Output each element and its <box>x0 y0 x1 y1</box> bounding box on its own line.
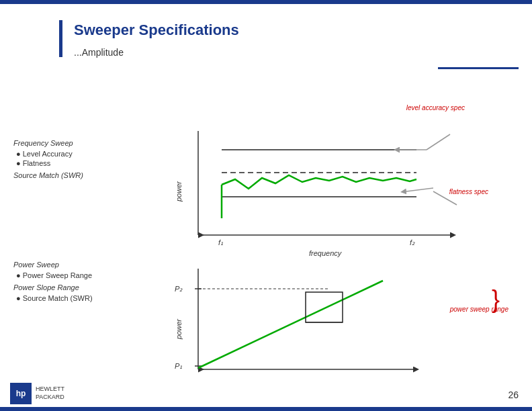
flatness-bullet: ● Flatness <box>13 159 83 167</box>
hp-logo-text: hp <box>16 389 26 398</box>
page-number: 26 <box>508 390 519 400</box>
level-accuracy-bullet: ● Level Accuracy <box>13 150 83 158</box>
power-sweep-chart: P₂ P₁ power <box>161 262 430 386</box>
level-accuracy-annotation: level accuracy spec <box>406 104 465 111</box>
power-sweep-range-bullet: ● Power Sweep Range <box>13 271 93 279</box>
curly-brace-icon: } <box>492 287 500 312</box>
svg-text:f₁: f₁ <box>218 238 223 246</box>
svg-line-13 <box>433 191 457 205</box>
page-title: Sweeper Specifications <box>74 21 239 39</box>
power-sweep-title: Power Sweep <box>13 261 93 269</box>
page-subtitle: ...Amplitude <box>74 47 124 58</box>
power-sweep-labels: Power Sweep ● Power Sweep Range Power Sl… <box>13 261 93 304</box>
svg-text:power: power <box>175 181 183 202</box>
svg-rect-22 <box>306 292 343 322</box>
source-match-label: Source Match (SWR) <box>13 171 83 179</box>
frequency-sweep-labels: Frequency Sweep ● Level Accuracy ● Flatn… <box>13 139 83 179</box>
frequency-sweep-title: Frequency Sweep <box>13 139 83 147</box>
svg-text:frequency: frequency <box>309 249 343 257</box>
frequency-sweep-chart: f₁ f₂ frequency power <box>161 124 470 259</box>
top-right-line <box>438 67 519 69</box>
hp-logo-box: hp <box>10 383 32 404</box>
bottom-bar <box>0 407 532 411</box>
svg-line-12 <box>427 134 450 150</box>
top-bar <box>0 0 532 4</box>
svg-text:P₁: P₁ <box>175 362 182 370</box>
hp-line2: PACKARD <box>36 394 64 402</box>
svg-text:f₂: f₂ <box>410 238 415 246</box>
svg-line-21 <box>198 281 383 368</box>
hp-logo: hp HEWLETT PACKARD <box>10 383 64 404</box>
svg-text:P₂: P₂ <box>175 285 183 293</box>
svg-line-11 <box>406 188 433 191</box>
left-accent <box>59 20 62 57</box>
hp-company-name: HEWLETT PACKARD <box>36 385 64 401</box>
power-slope-range-label: Power Slope Range <box>13 283 93 291</box>
source-match-bottom-bullet: ● Source Match (SWR) <box>13 294 93 302</box>
svg-text:power: power <box>175 318 183 340</box>
hp-line1: HEWLETT <box>36 385 64 394</box>
